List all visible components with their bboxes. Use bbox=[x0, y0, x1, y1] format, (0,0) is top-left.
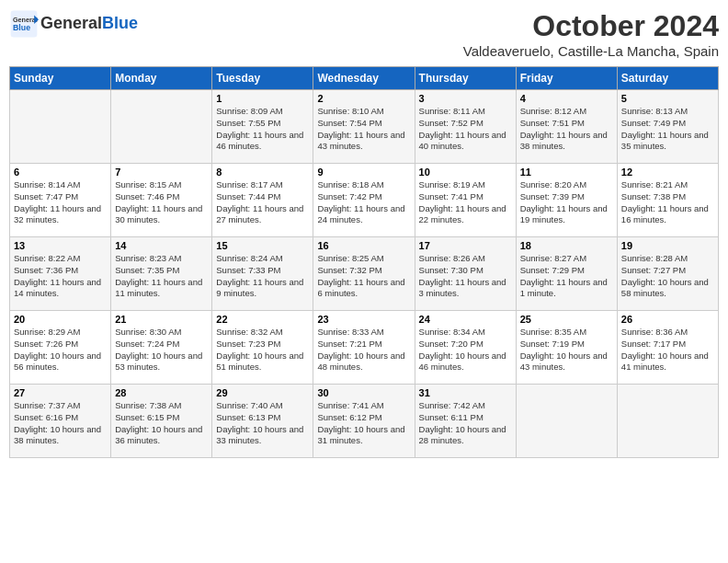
location-title: Valdeaveruelo, Castille-La Mancha, Spain bbox=[463, 43, 719, 59]
calendar-cell: 12Sunrise: 8:21 AM Sunset: 7:38 PM Dayli… bbox=[617, 164, 718, 237]
calendar-cell: 25Sunrise: 8:35 AM Sunset: 7:19 PM Dayli… bbox=[516, 311, 617, 385]
day-number: 10 bbox=[419, 167, 512, 178]
day-info: Sunrise: 8:30 AM Sunset: 7:24 PM Dayligh… bbox=[115, 327, 208, 373]
weekday-header-friday: Friday bbox=[516, 67, 617, 90]
day-number: 30 bbox=[317, 387, 410, 398]
day-number: 16 bbox=[317, 240, 410, 251]
weekday-header-saturday: Saturday bbox=[617, 67, 718, 90]
calendar-cell bbox=[516, 385, 617, 458]
day-info: Sunrise: 8:20 AM Sunset: 7:39 PM Dayligh… bbox=[520, 179, 613, 226]
day-info: Sunrise: 8:12 AM Sunset: 7:51 PM Dayligh… bbox=[520, 106, 613, 153]
calendar-cell: 29Sunrise: 7:40 AM Sunset: 6:13 PM Dayli… bbox=[212, 385, 313, 458]
day-number: 9 bbox=[317, 167, 410, 178]
day-number: 6 bbox=[14, 167, 107, 178]
calendar-cell: 20Sunrise: 8:29 AM Sunset: 7:26 PM Dayli… bbox=[10, 311, 111, 385]
logo-icon: General Blue bbox=[9, 9, 39, 39]
day-number: 14 bbox=[115, 240, 208, 251]
day-info: Sunrise: 8:10 AM Sunset: 7:54 PM Dayligh… bbox=[317, 106, 410, 153]
day-number: 15 bbox=[216, 240, 309, 251]
calendar-cell bbox=[617, 385, 718, 458]
calendar-cell bbox=[10, 90, 111, 164]
calendar-cell: 16Sunrise: 8:25 AM Sunset: 7:32 PM Dayli… bbox=[313, 237, 415, 311]
day-number: 2 bbox=[317, 93, 410, 104]
day-info: Sunrise: 7:42 AM Sunset: 6:11 PM Dayligh… bbox=[419, 400, 512, 447]
logo-text: GeneralBlue bbox=[40, 15, 138, 33]
day-number: 28 bbox=[115, 387, 208, 398]
calendar-cell: 3Sunrise: 8:11 AM Sunset: 7:52 PM Daylig… bbox=[415, 90, 516, 164]
day-info: Sunrise: 8:34 AM Sunset: 7:20 PM Dayligh… bbox=[419, 327, 512, 373]
day-info: Sunrise: 8:19 AM Sunset: 7:41 PM Dayligh… bbox=[419, 179, 512, 226]
day-info: Sunrise: 8:13 AM Sunset: 7:49 PM Dayligh… bbox=[621, 106, 714, 153]
calendar-cell: 4Sunrise: 8:12 AM Sunset: 7:51 PM Daylig… bbox=[516, 90, 617, 164]
month-title: October 2024 bbox=[463, 9, 719, 43]
day-info: Sunrise: 8:09 AM Sunset: 7:55 PM Dayligh… bbox=[216, 106, 309, 153]
weekday-header-monday: Monday bbox=[111, 67, 212, 90]
calendar-week-2: 6Sunrise: 8:14 AM Sunset: 7:47 PM Daylig… bbox=[10, 164, 719, 237]
weekday-header-row: SundayMondayTuesdayWednesdayThursdayFrid… bbox=[10, 67, 719, 90]
calendar-cell: 27Sunrise: 7:37 AM Sunset: 6:16 PM Dayli… bbox=[10, 385, 111, 458]
calendar-cell: 26Sunrise: 8:36 AM Sunset: 7:17 PM Dayli… bbox=[617, 311, 718, 385]
day-info: Sunrise: 8:23 AM Sunset: 7:35 PM Dayligh… bbox=[115, 253, 208, 300]
day-info: Sunrise: 8:24 AM Sunset: 7:33 PM Dayligh… bbox=[216, 253, 309, 300]
day-number: 31 bbox=[419, 387, 512, 398]
day-info: Sunrise: 8:25 AM Sunset: 7:32 PM Dayligh… bbox=[317, 253, 410, 300]
day-number: 23 bbox=[317, 314, 410, 325]
calendar-cell: 22Sunrise: 8:32 AM Sunset: 7:23 PM Dayli… bbox=[212, 311, 313, 385]
calendar-cell: 15Sunrise: 8:24 AM Sunset: 7:33 PM Dayli… bbox=[212, 237, 313, 311]
day-info: Sunrise: 8:35 AM Sunset: 7:19 PM Dayligh… bbox=[520, 327, 613, 373]
calendar-cell: 18Sunrise: 8:27 AM Sunset: 7:29 PM Dayli… bbox=[516, 237, 617, 311]
page-header: General Blue GeneralBlue October 2024 Va… bbox=[9, 9, 719, 59]
calendar-cell: 19Sunrise: 8:28 AM Sunset: 7:27 PM Dayli… bbox=[617, 237, 718, 311]
day-number: 29 bbox=[216, 387, 309, 398]
day-number: 7 bbox=[115, 167, 208, 178]
calendar-cell: 17Sunrise: 8:26 AM Sunset: 7:30 PM Dayli… bbox=[415, 237, 516, 311]
day-number: 17 bbox=[419, 240, 512, 251]
day-number: 25 bbox=[520, 314, 613, 325]
calendar-body: 1Sunrise: 8:09 AM Sunset: 7:55 PM Daylig… bbox=[10, 90, 719, 458]
day-number: 27 bbox=[14, 387, 107, 398]
day-info: Sunrise: 8:27 AM Sunset: 7:29 PM Dayligh… bbox=[520, 253, 613, 300]
calendar-cell: 10Sunrise: 8:19 AM Sunset: 7:41 PM Dayli… bbox=[415, 164, 516, 237]
calendar-cell: 13Sunrise: 8:22 AM Sunset: 7:36 PM Dayli… bbox=[10, 237, 111, 311]
day-info: Sunrise: 8:36 AM Sunset: 7:17 PM Dayligh… bbox=[621, 327, 714, 373]
svg-text:Blue: Blue bbox=[13, 23, 30, 32]
calendar-cell: 7Sunrise: 8:15 AM Sunset: 7:46 PM Daylig… bbox=[111, 164, 212, 237]
day-info: Sunrise: 8:29 AM Sunset: 7:26 PM Dayligh… bbox=[14, 327, 107, 373]
day-info: Sunrise: 8:32 AM Sunset: 7:23 PM Dayligh… bbox=[216, 327, 309, 373]
calendar-cell: 21Sunrise: 8:30 AM Sunset: 7:24 PM Dayli… bbox=[111, 311, 212, 385]
day-info: Sunrise: 7:41 AM Sunset: 6:12 PM Dayligh… bbox=[317, 400, 410, 447]
calendar-week-4: 20Sunrise: 8:29 AM Sunset: 7:26 PM Dayli… bbox=[10, 311, 719, 385]
day-info: Sunrise: 8:28 AM Sunset: 7:27 PM Dayligh… bbox=[621, 253, 714, 300]
day-number: 1 bbox=[216, 93, 309, 104]
day-info: Sunrise: 8:26 AM Sunset: 7:30 PM Dayligh… bbox=[419, 253, 512, 300]
day-info: Sunrise: 7:37 AM Sunset: 6:16 PM Dayligh… bbox=[14, 400, 107, 447]
calendar-cell: 11Sunrise: 8:20 AM Sunset: 7:39 PM Dayli… bbox=[516, 164, 617, 237]
day-number: 19 bbox=[621, 240, 714, 251]
calendar-cell: 1Sunrise: 8:09 AM Sunset: 7:55 PM Daylig… bbox=[212, 90, 313, 164]
calendar-cell: 14Sunrise: 8:23 AM Sunset: 7:35 PM Dayli… bbox=[111, 237, 212, 311]
day-info: Sunrise: 8:17 AM Sunset: 7:44 PM Dayligh… bbox=[216, 179, 309, 226]
title-block: October 2024 Valdeaveruelo, Castille-La … bbox=[463, 9, 719, 59]
weekday-header-sunday: Sunday bbox=[10, 67, 111, 90]
calendar-week-3: 13Sunrise: 8:22 AM Sunset: 7:36 PM Dayli… bbox=[10, 237, 719, 311]
day-info: Sunrise: 7:40 AM Sunset: 6:13 PM Dayligh… bbox=[216, 400, 309, 447]
calendar-cell: 9Sunrise: 8:18 AM Sunset: 7:42 PM Daylig… bbox=[313, 164, 415, 237]
calendar-cell: 2Sunrise: 8:10 AM Sunset: 7:54 PM Daylig… bbox=[313, 90, 415, 164]
day-number: 5 bbox=[621, 93, 714, 104]
day-info: Sunrise: 7:38 AM Sunset: 6:15 PM Dayligh… bbox=[115, 400, 208, 447]
day-info: Sunrise: 8:33 AM Sunset: 7:21 PM Dayligh… bbox=[317, 327, 410, 373]
weekday-header-thursday: Thursday bbox=[415, 67, 516, 90]
calendar-cell: 8Sunrise: 8:17 AM Sunset: 7:44 PM Daylig… bbox=[212, 164, 313, 237]
logo: General Blue GeneralBlue bbox=[9, 9, 138, 39]
day-number: 8 bbox=[216, 167, 309, 178]
calendar-cell: 28Sunrise: 7:38 AM Sunset: 6:15 PM Dayli… bbox=[111, 385, 212, 458]
calendar-week-1: 1Sunrise: 8:09 AM Sunset: 7:55 PM Daylig… bbox=[10, 90, 719, 164]
day-number: 4 bbox=[520, 93, 613, 104]
day-number: 11 bbox=[520, 167, 613, 178]
day-number: 22 bbox=[216, 314, 309, 325]
calendar-cell: 31Sunrise: 7:42 AM Sunset: 6:11 PM Dayli… bbox=[415, 385, 516, 458]
calendar-cell: 24Sunrise: 8:34 AM Sunset: 7:20 PM Dayli… bbox=[415, 311, 516, 385]
calendar-week-5: 27Sunrise: 7:37 AM Sunset: 6:16 PM Dayli… bbox=[10, 385, 719, 458]
day-info: Sunrise: 8:18 AM Sunset: 7:42 PM Dayligh… bbox=[317, 179, 410, 226]
day-number: 13 bbox=[14, 240, 107, 251]
